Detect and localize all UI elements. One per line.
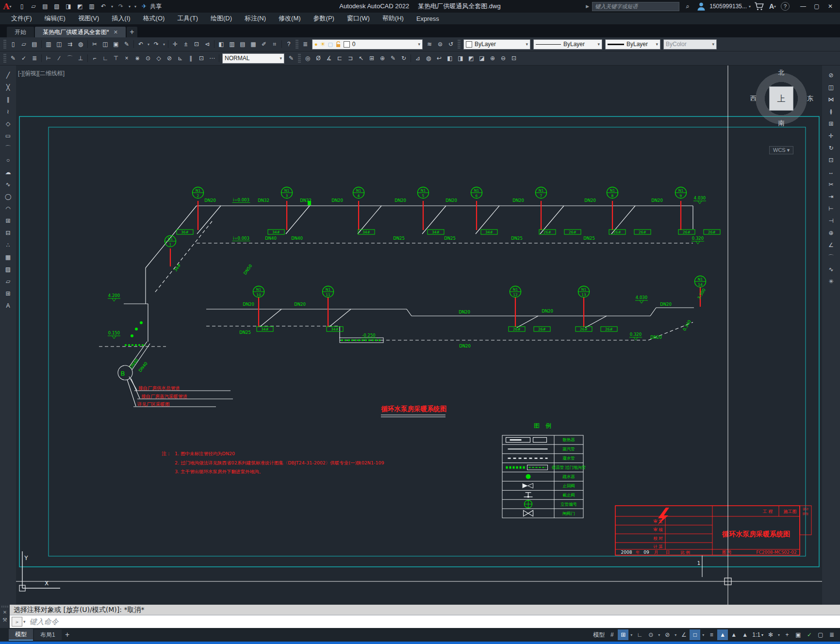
plot-icon[interactable]: ▥ [43,39,54,49]
design-center-icon[interactable]: ▥ [227,39,237,49]
dim-diameter-icon[interactable]: Ø [313,53,324,63]
open-file-icon[interactable]: ▱ [28,1,39,11]
multiline-text-icon[interactable]: A [3,300,14,312]
construction-line-icon[interactable]: ╳ [3,82,14,93]
titleblock-day-label[interactable]: 日 [666,550,670,555]
titleblock-stage-small[interactable]: 设计 [803,507,808,511]
search-input[interactable]: 键入关键字或短语 [592,2,679,11]
titleblock-row-label[interactable]: 审 核 [653,527,663,532]
array-icon[interactable]: ⊞ [826,118,837,130]
legend-title[interactable]: 图 例 [534,422,551,429]
legend-name[interactable]: 凝水管 [562,456,575,461]
toolbar-grip[interactable] [3,40,6,49]
elevation-label[interactable]: 4.030 [636,295,647,300]
fillet-icon[interactable]: ⌒ [826,251,837,263]
pipe-label[interactable]: DN50 [243,264,253,276]
close-button[interactable]: ✕ [824,1,837,12]
command-customize-icon[interactable]: ⚒ [2,617,7,623]
command-input[interactable]: ＞ ▾ 键入命令 [10,615,840,628]
radiator-label[interactable]: 34# [272,230,280,234]
compass-south[interactable]: 南 [778,119,785,128]
redo-icon[interactable]: ↷ [151,39,162,49]
polar-caret-icon[interactable]: ▾ [657,629,661,640]
properties-palette-icon[interactable]: ◧ [216,39,227,49]
drawing-svg[interactable]: N12N13N14N15N16N17N18N19N11N110N111N112N… [16,66,822,605]
menu-item-8[interactable]: 修改(M) [272,13,307,24]
pipe-label[interactable]: DN20 [459,344,471,348]
publish-icon[interactable]: ⇉ [65,39,75,49]
grid-icon[interactable]: # [607,629,617,640]
cut-icon[interactable]: ✂ [89,39,100,49]
object-snap-icon[interactable]: □ [690,629,700,640]
toolbar-grip[interactable] [298,54,301,63]
lineweight-display-icon[interactable]: ≡ [706,629,717,640]
blend-curves-icon[interactable]: ∿ [826,264,837,275]
save-as-icon[interactable]: ▧ [51,1,62,11]
layer-dropdown[interactable]: ● ☀ ▢ 0 ▾ [312,39,423,50]
ellipse-icon[interactable]: ◯ [3,191,14,202]
legend-name[interactable]: 蒸汽管 [562,446,575,451]
toolbar-grip[interactable] [3,54,6,63]
ucs-world-icon[interactable]: ◍ [423,53,434,63]
quick-calc-icon[interactable]: ⌗ [269,39,280,49]
menu-item-7[interactable]: 标注(N) [238,13,272,24]
layer-translate-icon[interactable]: ≣ [29,53,40,63]
annotation-monitor-icon[interactable]: + [782,629,792,640]
riser-tag[interactable]: N1 [356,188,362,193]
titleblock-year-label[interactable]: 年 [636,550,640,555]
redo-caret-icon[interactable]: ▾ [162,39,166,49]
dim-angular-icon[interactable]: ∡ [324,53,334,63]
pipe-line[interactable] [329,309,351,327]
drawing-title[interactable]: 循环水泵房采暖系统图 [381,405,447,413]
pipe-label[interactable]: DN25 [393,236,405,241]
annotation-scale-value[interactable]: 1:1▾ [751,629,765,640]
leader-note[interactable]: 接自厂房供水总管道 [138,385,180,391]
leader-note[interactable]: 接自厂房蒸汽采暖管道 [141,394,188,399]
riser-tag[interactable]: N1 [539,188,544,193]
save-icon[interactable]: ▤ [29,39,40,49]
pipe-label[interactable]: DN32 [300,198,312,203]
app-menu-button[interactable]: A▾ [0,0,15,12]
zoom-window-icon[interactable]: ⊡ [191,39,202,49]
menu-item-4[interactable]: 格式(O) [137,13,171,24]
layer-properties-icon[interactable]: ≣ [300,39,311,49]
pipe-label[interactable]: 34# [173,263,181,272]
move-icon[interactable]: ✛ [826,130,837,142]
menu-item-9[interactable]: 参数(P) [307,13,341,24]
menu-item-3[interactable]: 插入(I) [105,13,136,24]
dim-update-icon[interactable]: ↻ [398,53,409,63]
riser-number[interactable]: 8 [611,194,614,198]
chevron-down-icon[interactable]: ▾ [712,42,714,47]
copy-clip-icon[interactable]: ◫ [100,39,111,49]
ucs-y-label[interactable]: Y [24,555,28,561]
radiator-label[interactable]: 34# [485,230,493,234]
layer-states-icon[interactable]: ≋ [424,39,435,49]
pipe-line[interactable] [517,316,538,328]
paste-icon[interactable]: ▣ [111,39,121,49]
style-edit-icon[interactable]: ✎ [8,53,18,63]
riser-tag[interactable]: N1 [256,287,262,292]
snap-perpendicular-icon[interactable]: ⊾ [175,53,185,63]
legend-check-valve-icon[interactable] [528,483,533,488]
riser-tag[interactable]: N1 [513,287,518,292]
isolate-objects-icon[interactable]: ▣ [793,629,804,640]
trim-icon[interactable]: ✂ [826,179,837,190]
legend-gate-valve-icon[interactable] [524,511,533,516]
explode-icon[interactable]: ✳ [826,276,837,287]
plotstyle-dropdown[interactable]: ByColor ▾ [663,39,717,50]
valve-icon[interactable] [135,328,138,330]
plot-icon[interactable]: ▥ [86,1,97,11]
snap-mode-icon[interactable]: ⊞ [618,629,628,640]
break-icon[interactable]: ⊣ [826,215,837,227]
connection-bubble[interactable] [118,365,132,380]
pipe-label[interactable]: DN20 [294,302,306,307]
new-file-icon[interactable]: ▯ [8,39,18,49]
titleblock-row-label[interactable]: 审 定 [653,519,663,524]
snap-endpoint-icon[interactable]: ∟ [100,53,111,63]
riser-number[interactable]: 13 [581,293,586,297]
view-front-icon[interactable]: ◨ [455,53,466,63]
riser-number[interactable]: 14 [698,282,703,287]
titleblock-month-label[interactable]: 月 [654,550,659,555]
stretch-icon[interactable]: ↔ [826,166,837,178]
qat-customize-icon[interactable]: ▾ [133,1,138,11]
